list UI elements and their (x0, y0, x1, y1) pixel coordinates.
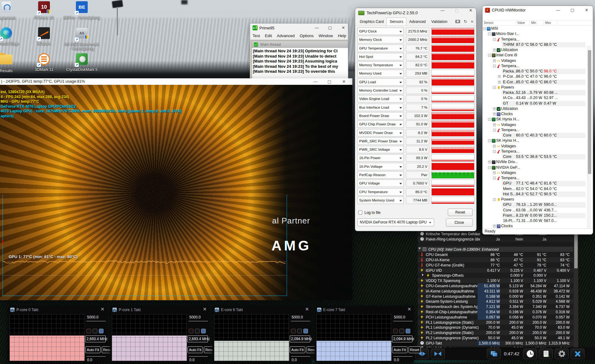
tree-expander-icon[interactable]: - (488, 54, 491, 57)
checkbox-icon[interactable] (86, 329, 91, 333)
tree-expander-icon[interactable]: - (493, 38, 496, 41)
hwmonitor-row[interactable]: -Tempera... (483, 37, 593, 42)
hwinfo-row[interactable]: IA-Kerne Leistungsaufnahme43.311 W0.926 … (418, 288, 573, 294)
tab-graphics-card[interactable]: Graphics Card (357, 18, 386, 25)
sensor-label-dropdown[interactable]: PWR_SRC Power Draw (357, 137, 404, 145)
hwmonitor-row[interactable]: Mem...82.0 °C54.0 °C84.0 °C (483, 186, 593, 192)
tree-expander-icon[interactable]: - (488, 118, 491, 121)
sensor-label-dropdown[interactable]: Bus Interface Load (357, 104, 404, 111)
tree-expander-icon[interactable]: - (493, 65, 496, 67)
hwmonitor-row[interactable]: Packa...52.16 ...5.79 W60.68 ... (483, 90, 593, 95)
hwinfo-row[interactable]: Stromverbrauch des System Agent7.121 W3.… (418, 304, 573, 309)
hwinfo-row[interactable]: Gesamt-System-Leistung4.812 W0.511 W5.02… (418, 299, 573, 304)
core-window-titlebar[interactable]: P-core 0 Takt✕ (8, 306, 107, 314)
menu-icon[interactable]: ≡ (471, 19, 473, 24)
tree-expander-icon[interactable]: + (498, 75, 501, 78)
hwmonitor-row[interactable]: Core60.0 °C40.3 °C60.0 °C (483, 133, 593, 138)
core-window-titlebar[interactable]: E-core 6 Takt✕ (212, 306, 311, 314)
tree-expander-icon[interactable]: + (493, 171, 496, 174)
hwmonitor-row[interactable]: -Tempera... (483, 128, 593, 133)
gpuz-titlebar[interactable]: TechPowerUp GPU-Z 2.55.0 — ▢ ✕ (355, 8, 476, 18)
hwmonitor-row[interactable]: +E-Cor...85.0 °C48.0 °C86.0 °C (483, 80, 593, 85)
tree-expander-icon[interactable]: - (493, 150, 496, 153)
hwmonitor-row[interactable]: +P-Cor...86.0 °C47.0 °C96.0 °C (483, 74, 593, 79)
sensor-label-dropdown[interactable]: PWR_SRC Voltage (357, 146, 404, 153)
tab-advanced[interactable]: Advanced (406, 18, 428, 25)
close-icon[interactable]: ✕ (305, 306, 309, 312)
reset-button[interactable]: Reset (408, 346, 421, 353)
hwinfo-row[interactable]: Paket-/Ring-Leistungsgrenze übersc...JaN… (418, 236, 573, 242)
kombustor-titlebar[interactable]: ) - 243FPS, GPU1 temp:77°C, GPU1 usage:8… (0, 78, 352, 85)
hwmonitor-row[interactable]: -Tempera... (483, 63, 593, 69)
hwinfo-row[interactable]: CPU Gesamt86 °C48 °C91 °C83 °C (418, 252, 573, 257)
checkbox-icon[interactable] (303, 329, 308, 333)
sensor-label-dropdown[interactable]: Memory Controller Load (357, 87, 404, 94)
auto-fit-button[interactable]: Auto Fit (290, 346, 305, 353)
close-icon[interactable]: ✕ (466, 8, 475, 18)
tab-sensors[interactable]: Sensors (386, 18, 406, 25)
tree-expander-icon[interactable]: - (488, 32, 491, 35)
hwinfo-row[interactable]: GT-Kerne Leistungsaufnahme0.168 W0.000 W… (418, 294, 573, 299)
log-to-file-checkbox[interactable] (358, 210, 362, 214)
checkbox-icon[interactable] (297, 329, 302, 333)
tree-expander-icon[interactable]: - (493, 198, 496, 201)
hwmonitor-row[interactable]: +Voltages (483, 170, 593, 176)
sensor-label-dropdown[interactable]: Memory Used (357, 70, 404, 77)
minimize-icon[interactable]: — (311, 78, 320, 85)
checkbox-icon[interactable] (93, 329, 97, 333)
hwmonitor-row[interactable]: -NVIDIA GeF... (483, 165, 593, 170)
hwmonitor-column-header[interactable]: Sensor Value Min Max (483, 20, 593, 25)
tree-expander-icon[interactable]: + (493, 225, 496, 228)
hwmonitor-row[interactable]: IA Co...43.43 ...0.20 W52.97 ... (483, 95, 593, 101)
tree-expander-icon[interactable]: + (493, 124, 496, 126)
hwmonitor-row[interactable]: -MSI (483, 26, 593, 31)
sensor-label-dropdown[interactable]: MVDDC Power Draw (357, 129, 404, 136)
hwinfo-row[interactable]: PL1 Leistungsgrenze (Static)200.0 W200.0… (418, 320, 573, 325)
hwmonitor-row[interactable]: -Powers (483, 197, 593, 202)
desktop-icon-3dmark[interactable]: ↗3DMark (25, 27, 63, 46)
close-icon[interactable]: ✕ (100, 306, 104, 312)
prime95-menu-window[interactable]: Window (316, 33, 335, 38)
sensor-label-dropdown[interactable]: 16-Pin Voltage (357, 163, 404, 170)
hwinfo-row[interactable]: GPU-Takt1,500.0 MHz300.0 MHz1,500.0 MHz1… (418, 340, 573, 346)
hwmonitor-row[interactable]: Core ...63.08 ...0.00 W436.7... (483, 208, 593, 213)
maximize-icon[interactable]: ▢ (325, 24, 335, 32)
desktop-icon-bepro[interactable]: BE↗BEPro - Verknüpfung (63, 1, 100, 20)
hwmonitor-row[interactable]: -Micro-Star I... (483, 31, 593, 37)
hwinfo-row[interactable]: Spannungs-Offsets0.000 V0.000 V (418, 273, 573, 278)
chevron-right-icon[interactable] (422, 274, 424, 276)
tree-expander-icon[interactable]: + (488, 161, 491, 163)
refresh-icon[interactable]: ↻ (464, 19, 467, 24)
close-icon[interactable]: ✕ (339, 24, 348, 32)
checkbox-icon[interactable] (393, 329, 398, 333)
chevron-down-icon[interactable] (418, 248, 421, 249)
desktop-icon-pcmark-10[interactable]: 10↗PCMark 10 (25, 1, 63, 20)
hwmonitor-row[interactable]: +Utilization (483, 106, 593, 111)
sensor-label-dropdown[interactable]: Board Power Draw (357, 112, 404, 119)
hwinfo-row[interactable]: iGPU VID0.417 V0.225 V0.487 V0.400 V (418, 268, 573, 273)
hwinfo-row[interactable]: PL2 Leistungsgrenze (Static)200.0 W200.0… (418, 330, 573, 335)
tree-expander-icon[interactable]: - (493, 129, 496, 132)
checkbox-icon[interactable] (201, 329, 206, 333)
hwinfo-row[interactable]: VDDQ TX Spannung1.100 V1.100 V1.100 V1.1… (418, 278, 573, 283)
prime95-menu-advanced[interactable]: Advanced (274, 33, 297, 38)
tree-expander-icon[interactable]: + (493, 145, 496, 148)
hwmonitor-row[interactable]: +NVMe Driv... (483, 159, 593, 165)
prime95-titlebar[interactable]: 2-1 Prime95 — ▢ ✕ (250, 24, 348, 32)
checkbox-icon[interactable] (99, 329, 104, 333)
hwmonitor-row[interactable]: -Powers (483, 85, 593, 90)
desktop-icon-recycle-bin[interactable]: Papierkorb (0, 1, 25, 20)
hwmonitor-row[interactable]: GT0.14 W0.00 W0.47 W (483, 101, 593, 106)
sensor-label-dropdown[interactable]: GPU Clock (357, 28, 404, 35)
maximize-icon[interactable]: ▢ (452, 8, 461, 18)
checkbox-icon[interactable] (291, 329, 296, 333)
tree-expander-icon[interactable]: - (493, 177, 496, 180)
hwinfo-row[interactable]: CPU GT-Kerne (Grafik)77 °C47 °C79 °C74 °… (418, 262, 573, 268)
close-icon[interactable]: ✕ (339, 78, 349, 85)
checkbox-icon[interactable] (399, 329, 404, 333)
prime95-menu-test[interactable]: Test (250, 33, 262, 38)
close-icon[interactable]: ✕ (407, 306, 411, 312)
tree-expander-icon[interactable]: + (498, 81, 501, 84)
minimize-icon[interactable]: — (553, 6, 563, 14)
hwinfo-row[interactable]: Rest-of-Chip-Leistungsaufnahme0.354 W0.1… (418, 309, 573, 314)
